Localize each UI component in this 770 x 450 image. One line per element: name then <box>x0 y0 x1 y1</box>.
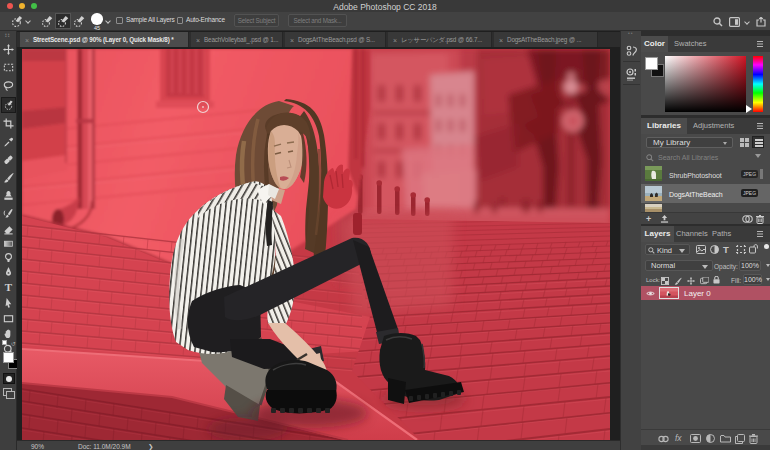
svg-text:T: T <box>5 281 13 292</box>
